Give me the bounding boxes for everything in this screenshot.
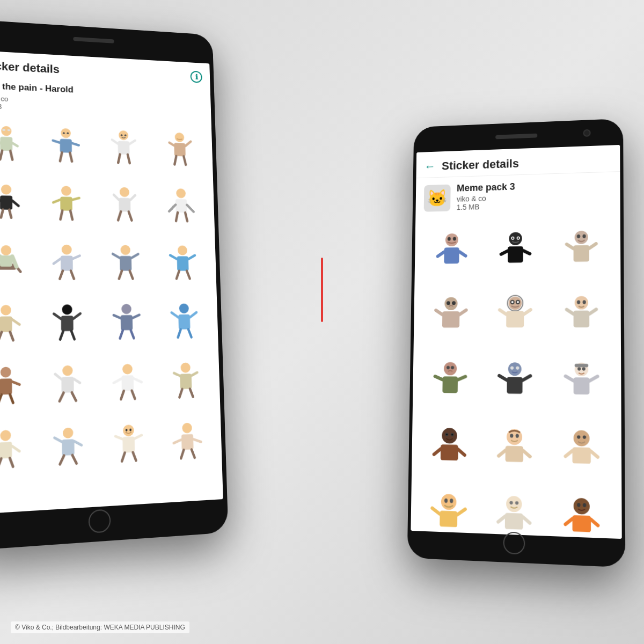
pack-details: Meme pack 3 viko & co 1.5 MB — [457, 181, 515, 211]
meme-sticker-cell[interactable] — [418, 415, 481, 481]
svg-line-40 — [61, 210, 63, 219]
svg-rect-191 — [574, 311, 590, 327]
meme-sticker-cell[interactable] — [549, 418, 615, 485]
svg-rect-98 — [178, 314, 190, 330]
scene: Sticker details ℹ Hide the pain - Harold… — [0, 0, 644, 644]
sticker-cell[interactable] — [0, 234, 35, 293]
meme-sticker-cell[interactable] — [483, 350, 547, 415]
svg-line-244 — [523, 517, 530, 523]
phone2-title: Sticker details — [442, 153, 611, 173]
sticker-cell[interactable] — [157, 353, 214, 412]
svg-point-153 — [445, 233, 458, 247]
svg-point-147 — [182, 423, 192, 434]
svg-line-96 — [131, 330, 134, 338]
meme-sticker-cell[interactable] — [549, 350, 614, 416]
phone2-pack-info: 🐱 Meme pack 3 viko & co 1.5 MB — [415, 172, 620, 218]
svg-rect-185 — [507, 311, 524, 328]
sticker-cell[interactable] — [0, 116, 35, 174]
sticker-cell[interactable] — [0, 295, 36, 355]
sticker-cell[interactable] — [97, 236, 154, 292]
svg-line-28 — [174, 156, 177, 165]
svg-rect-43 — [119, 198, 130, 212]
svg-line-237 — [432, 508, 440, 514]
svg-rect-218 — [441, 444, 458, 460]
sticker-cell[interactable] — [38, 416, 98, 480]
svg-line-165 — [501, 251, 508, 254]
meme-sticker-cell[interactable] — [550, 218, 614, 283]
svg-line-111 — [55, 374, 62, 379]
svg-rect-242 — [505, 513, 523, 530]
meme-sticker-cell[interactable] — [549, 485, 616, 539]
info-icon[interactable]: ℹ — [191, 71, 202, 83]
sticker-cell[interactable] — [0, 419, 36, 484]
svg-rect-49 — [175, 199, 187, 213]
sticker-cell[interactable] — [99, 414, 158, 477]
back-button[interactable]: ← — [425, 160, 436, 173]
sticker-cell[interactable] — [0, 174, 35, 233]
cat-emoji: 🐱 — [427, 188, 448, 208]
sticker-cell[interactable] — [159, 412, 216, 474]
phone-right: ← Sticker details 🐱 Meme pack 3 viko & c… — [407, 119, 626, 568]
svg-point-213 — [442, 428, 457, 444]
svg-line-187 — [524, 310, 531, 314]
meme-sticker-cell[interactable] — [549, 284, 614, 348]
meme-sticker-cell[interactable] — [484, 219, 547, 283]
sticker-cell[interactable] — [96, 120, 151, 177]
svg-line-88 — [74, 313, 80, 319]
svg-point-209 — [582, 367, 586, 370]
meme-sticker-cell[interactable] — [484, 285, 547, 349]
svg-line-145 — [122, 453, 125, 462]
svg-line-226 — [524, 451, 531, 457]
sticker-cell[interactable] — [38, 176, 95, 233]
svg-line-102 — [188, 330, 192, 338]
svg-line-5 — [10, 151, 12, 160]
svg-point-42 — [120, 187, 129, 197]
sticker-cell[interactable] — [97, 178, 153, 234]
svg-rect-68 — [120, 256, 131, 271]
sticker-cell[interactable] — [98, 294, 155, 353]
sticker-cell[interactable] — [38, 295, 97, 354]
sticker-cell[interactable] — [38, 235, 96, 293]
svg-rect-230 — [573, 447, 591, 464]
svg-rect-92 — [121, 315, 133, 330]
svg-line-135 — [55, 437, 62, 442]
meme-sticker-cell[interactable] — [417, 481, 480, 539]
sticker-cell[interactable] — [153, 179, 209, 235]
svg-line-63 — [54, 259, 61, 264]
meme-sticker-cell[interactable] — [420, 286, 482, 348]
svg-line-231 — [566, 450, 573, 456]
svg-line-66 — [71, 271, 74, 279]
meme-sticker-cell[interactable] — [482, 483, 547, 539]
sticker-cell[interactable] — [0, 356, 36, 419]
screen-content-left: Sticker details ℹ Hide the pain - Harold… — [0, 50, 223, 515]
sticker-cell[interactable] — [152, 123, 207, 178]
svg-rect-122 — [180, 374, 192, 389]
phone-home-button-right[interactable] — [503, 531, 525, 554]
svg-rect-164 — [508, 246, 523, 262]
svg-line-50 — [169, 204, 176, 211]
svg-point-67 — [121, 245, 131, 255]
meme-sticker-cell[interactable] — [421, 221, 482, 284]
meme-sticker-cell[interactable] — [482, 416, 547, 483]
svg-line-46 — [118, 211, 121, 220]
sticker-cell[interactable] — [99, 354, 157, 414]
sticker-cell[interactable] — [38, 118, 94, 175]
sticker-cell[interactable] — [156, 294, 213, 352]
sticker-cell[interactable] — [155, 236, 211, 292]
svg-rect-203 — [507, 377, 523, 394]
svg-line-107 — [0, 394, 2, 403]
svg-point-54 — [1, 245, 11, 255]
meme-sticker-cell[interactable] — [419, 350, 481, 414]
phone-home-button-left[interactable] — [89, 509, 111, 533]
svg-line-112 — [74, 379, 80, 383]
sticker-cell[interactable] — [38, 355, 97, 416]
phone1-sticker-grid — [0, 111, 222, 488]
svg-point-36 — [61, 186, 71, 196]
svg-point-190 — [583, 301, 586, 304]
svg-line-75 — [188, 255, 195, 259]
svg-rect-1 — [0, 137, 12, 151]
svg-rect-128 — [0, 442, 12, 458]
svg-line-101 — [178, 330, 181, 338]
svg-point-194 — [444, 362, 457, 376]
svg-line-146 — [133, 452, 136, 461]
